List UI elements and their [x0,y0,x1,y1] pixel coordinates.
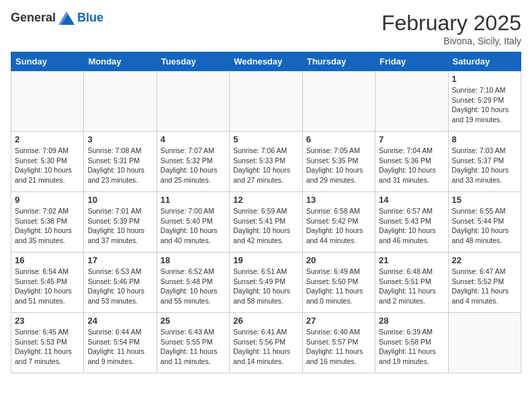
day-info: Sunrise: 6:54 AMSunset: 5:45 PMDaylight:… [15,267,80,306]
day-info: Sunrise: 7:09 AMSunset: 5:30 PMDaylight:… [15,146,80,185]
calendar-cell: 23Sunrise: 6:45 AMSunset: 5:53 PMDayligh… [11,313,84,373]
calendar-cell: 14Sunrise: 6:57 AMSunset: 5:43 PMDayligh… [375,192,448,253]
day-info: Sunrise: 6:58 AMSunset: 5:42 PMDaylight:… [306,206,371,246]
calendar-cell: 3Sunrise: 7:08 AMSunset: 5:31 PMDaylight… [84,132,157,192]
day-info: Sunrise: 6:53 AMSunset: 5:46 PMDaylight:… [87,267,152,306]
calendar-cell: 2Sunrise: 7:09 AMSunset: 5:30 PMDaylight… [11,132,84,192]
day-info: Sunrise: 7:04 AMSunset: 5:36 PMDaylight:… [379,146,444,185]
day-number: 14 [379,195,444,205]
day-number: 12 [233,195,298,205]
calendar: SundayMondayTuesdayWednesdayThursdayFrid… [11,52,521,373]
calendar-cell: 4Sunrise: 7:07 AMSunset: 5:32 PMDaylight… [157,132,229,192]
day-info: Sunrise: 6:55 AMSunset: 5:44 PMDaylight:… [452,206,517,246]
calendar-cell: 21Sunrise: 6:48 AMSunset: 5:51 PMDayligh… [375,253,448,313]
day-info: Sunrise: 6:41 AMSunset: 5:56 PMDaylight:… [233,327,298,367]
day-number: 20 [306,255,371,265]
calendar-cell: 13Sunrise: 6:58 AMSunset: 5:42 PMDayligh… [302,192,375,253]
day-info: Sunrise: 7:06 AMSunset: 5:33 PMDaylight:… [233,146,298,185]
day-number: 19 [233,255,298,265]
day-number: 26 [233,316,298,326]
calendar-cell: 26Sunrise: 6:41 AMSunset: 5:56 PMDayligh… [230,313,302,373]
calendar-cell: 15Sunrise: 6:55 AMSunset: 5:44 PMDayligh… [448,192,521,253]
day-number: 8 [452,134,517,144]
day-info: Sunrise: 6:59 AMSunset: 5:41 PMDaylight:… [233,206,298,246]
calendar-cell: 27Sunrise: 6:40 AMSunset: 5:57 PMDayligh… [302,313,375,373]
day-info: Sunrise: 6:40 AMSunset: 5:57 PMDaylight:… [306,327,371,367]
day-info: Sunrise: 7:08 AMSunset: 5:31 PMDaylight:… [87,146,152,185]
calendar-cell: 11Sunrise: 7:00 AMSunset: 5:40 PMDayligh… [157,192,229,253]
page-header: General Blue February 2025 Bivona, Sicil… [11,11,521,46]
day-number: 16 [15,255,80,265]
calendar-cell: 20Sunrise: 6:49 AMSunset: 5:50 PMDayligh… [302,253,375,313]
calendar-cell: 6Sunrise: 7:05 AMSunset: 5:35 PMDaylight… [302,132,375,192]
day-info: Sunrise: 6:39 AMSunset: 5:58 PMDaylight:… [379,327,444,367]
column-header-sunday: Sunday [11,52,84,71]
day-info: Sunrise: 6:49 AMSunset: 5:50 PMDaylight:… [306,267,371,306]
day-info: Sunrise: 6:57 AMSunset: 5:43 PMDaylight:… [379,206,444,246]
day-info: Sunrise: 6:44 AMSunset: 5:54 PMDaylight:… [87,327,152,367]
week-row-1: 1Sunrise: 7:10 AMSunset: 5:29 PMDaylight… [11,71,521,132]
column-header-friday: Friday [375,52,448,71]
week-row-2: 2Sunrise: 7:09 AMSunset: 5:30 PMDaylight… [11,132,521,192]
calendar-cell: 12Sunrise: 6:59 AMSunset: 5:41 PMDayligh… [230,192,302,253]
day-info: Sunrise: 7:02 AMSunset: 5:38 PMDaylight:… [15,206,80,246]
week-row-5: 23Sunrise: 6:45 AMSunset: 5:53 PMDayligh… [11,313,521,373]
calendar-cell: 17Sunrise: 6:53 AMSunset: 5:46 PMDayligh… [84,253,157,313]
column-header-saturday: Saturday [448,52,521,71]
location: Bivona, Sicily, Italy [382,36,521,46]
calendar-cell [11,71,84,132]
day-number: 2 [15,134,80,144]
calendar-cell [448,313,521,373]
day-info: Sunrise: 7:05 AMSunset: 5:35 PMDaylight:… [306,146,371,185]
day-info: Sunrise: 6:52 AMSunset: 5:48 PMDaylight:… [161,267,226,306]
calendar-cell: 22Sunrise: 6:47 AMSunset: 5:52 PMDayligh… [448,253,521,313]
calendar-cell: 19Sunrise: 6:51 AMSunset: 5:49 PMDayligh… [230,253,302,313]
day-number: 4 [161,134,226,144]
day-number: 1 [452,74,517,84]
day-number: 23 [15,316,80,326]
day-number: 7 [379,134,444,144]
week-row-4: 16Sunrise: 6:54 AMSunset: 5:45 PMDayligh… [11,253,521,313]
calendar-cell [157,71,229,132]
calendar-cell: 7Sunrise: 7:04 AMSunset: 5:36 PMDaylight… [375,132,448,192]
calendar-cell: 16Sunrise: 6:54 AMSunset: 5:45 PMDayligh… [11,253,84,313]
day-info: Sunrise: 6:43 AMSunset: 5:55 PMDaylight:… [161,327,226,367]
day-number: 3 [87,134,152,144]
day-number: 13 [306,195,371,205]
calendar-cell [84,71,157,132]
week-row-3: 9Sunrise: 7:02 AMSunset: 5:38 PMDaylight… [11,192,521,253]
column-header-wednesday: Wednesday [230,52,302,71]
calendar-cell: 9Sunrise: 7:02 AMSunset: 5:38 PMDaylight… [11,192,84,253]
calendar-cell: 5Sunrise: 7:06 AMSunset: 5:33 PMDaylight… [230,132,302,192]
day-number: 18 [161,255,226,265]
header-row: SundayMondayTuesdayWednesdayThursdayFrid… [11,52,521,71]
day-number: 9 [15,195,80,205]
day-number: 17 [87,255,152,265]
day-info: Sunrise: 6:45 AMSunset: 5:53 PMDaylight:… [15,327,80,367]
column-header-thursday: Thursday [302,52,375,71]
calendar-cell: 18Sunrise: 6:52 AMSunset: 5:48 PMDayligh… [157,253,229,313]
day-number: 22 [452,255,517,265]
calendar-cell: 24Sunrise: 6:44 AMSunset: 5:54 PMDayligh… [84,313,157,373]
day-info: Sunrise: 7:07 AMSunset: 5:32 PMDaylight:… [161,146,226,185]
day-info: Sunrise: 6:48 AMSunset: 5:51 PMDaylight:… [379,267,444,306]
day-number: 5 [233,134,298,144]
calendar-cell: 28Sunrise: 6:39 AMSunset: 5:58 PMDayligh… [375,313,448,373]
calendar-cell: 25Sunrise: 6:43 AMSunset: 5:55 PMDayligh… [157,313,229,373]
day-number: 27 [306,316,371,326]
column-header-tuesday: Tuesday [157,52,229,71]
logo-general: General [11,11,56,25]
day-number: 24 [87,316,152,326]
calendar-cell [230,71,302,132]
day-number: 11 [161,195,226,205]
day-info: Sunrise: 7:01 AMSunset: 5:39 PMDaylight:… [87,206,152,246]
day-number: 28 [379,316,444,326]
day-info: Sunrise: 6:47 AMSunset: 5:52 PMDaylight:… [452,267,517,306]
day-number: 25 [161,316,226,326]
column-header-monday: Monday [84,52,157,71]
calendar-cell [302,71,375,132]
day-info: Sunrise: 7:03 AMSunset: 5:37 PMDaylight:… [452,146,517,185]
month-title: February 2025 [382,11,521,36]
logo-icon [58,11,75,25]
logo-blue: Blue [77,11,103,25]
